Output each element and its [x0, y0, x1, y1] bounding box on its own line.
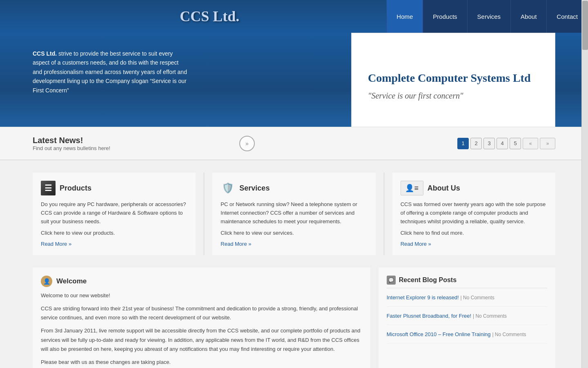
services-heading: 🛡️ Services	[220, 181, 367, 195]
services-body1: PC or Network running slow? Need a telep…	[220, 200, 367, 226]
services-body2: Click here to view our services.	[220, 229, 367, 238]
bottom-section: 👤 Welcome Welcome to our new website! CC…	[0, 267, 588, 368]
hero-intro-bold: CCS Ltd.	[33, 50, 57, 57]
hero-slide: Complete Computer Systems Ltd "Service i…	[351, 33, 555, 127]
welcome-heading: 👤 Welcome	[41, 276, 362, 287]
nav-about[interactable]: About	[511, 0, 547, 33]
blog-post-comment-1: No Comments	[475, 313, 507, 319]
site-logo: CCS Ltd.	[0, 8, 386, 25]
slide-pagination: 1 2 3 4 5 « »	[457, 138, 555, 149]
main-nav: Home Products Services About Contact	[386, 0, 588, 33]
welcome-para2: From 3rd January 2011, live remote suppo…	[41, 326, 362, 353]
slide-next-button[interactable]: »	[540, 138, 555, 149]
blog-post-2: Microsoft Office 2010 – Free Online Trai…	[387, 331, 547, 343]
col-divider-1	[204, 173, 204, 255]
about-icon: 👤≡	[401, 181, 423, 195]
blog-post-0: Internet Explorer 9 is released! | No Co…	[387, 294, 547, 307]
blog-post-1: Faster Plusnet Broadband, for Free! | No…	[387, 312, 547, 325]
blog-post-comment-0: No Comments	[463, 295, 494, 301]
services-section: 🛡️ Services PC or Network running slow? …	[212, 173, 375, 255]
blog-icon: 💬	[387, 276, 396, 285]
page-btn-4[interactable]: 4	[497, 138, 508, 149]
products-body2: Click here to view our products.	[41, 229, 187, 238]
news-subtitle: Find out any news bulletins here!	[33, 145, 235, 151]
welcome-subtitle: Welcome to our new website!	[41, 291, 362, 300]
page-btn-5[interactable]: 5	[510, 138, 521, 149]
hero-intro: CCS Ltd. strive to provide the best serv…	[33, 45, 188, 95]
about-heading: 👤≡ About Us	[401, 181, 547, 195]
welcome-para1: CCS are striding forward into their 21st…	[41, 304, 362, 322]
products-body1: Do you require any PC hardware, peripher…	[41, 200, 187, 226]
welcome-icon: 👤	[41, 276, 52, 287]
welcome-para3: Please bear with us as these changes are…	[41, 358, 362, 367]
products-read-more[interactable]: Read More »	[41, 241, 187, 247]
slide-subtitle: "Service is our first concern"	[368, 91, 539, 101]
page-btn-3[interactable]: 3	[483, 138, 495, 149]
products-section: ☰ Products Do you require any PC hardwar…	[33, 173, 196, 255]
nav-home[interactable]: Home	[386, 0, 423, 33]
about-section: 👤≡ About Us CCS was formed over twenty y…	[392, 173, 555, 255]
news-title: Latest News!	[33, 136, 235, 145]
blog-post-comment-2: No Comments	[495, 332, 526, 337]
services-read-more[interactable]: Read More »	[220, 241, 367, 247]
news-pagination-bar: Latest News! Find out any news bulletins…	[0, 127, 588, 159]
scrollbar-thumb[interactable]	[582, 1, 588, 50]
blog-column: 💬 Recent Blog Posts Internet Explorer 9 …	[379, 267, 555, 368]
blog-post-link-2[interactable]: Microsoft Office 2010 – Free Online Trai…	[387, 331, 491, 337]
blog-heading: 💬 Recent Blog Posts	[387, 276, 547, 288]
news-next-button[interactable]: »	[239, 136, 255, 151]
hero-section: CCS Ltd. strive to provide the best serv…	[0, 33, 588, 127]
page-btn-2[interactable]: 2	[470, 138, 482, 149]
scrollbar[interactable]	[581, 0, 588, 368]
blog-post-link-1[interactable]: Faster Plusnet Broadband, for Free!	[387, 313, 471, 319]
col-divider-2	[384, 173, 384, 255]
products-icon: ☰	[41, 181, 56, 195]
nav-products[interactable]: Products	[423, 0, 467, 33]
welcome-column: 👤 Welcome Welcome to our new website! CC…	[33, 267, 370, 368]
products-heading: ☰ Products	[41, 181, 187, 195]
slide-prev-button[interactable]: «	[523, 138, 538, 149]
about-read-more[interactable]: Read More »	[401, 241, 547, 247]
about-body1: CCS was formed over twenty years ago wit…	[401, 200, 547, 226]
news-bar-content: Latest News! Find out any news bulletins…	[33, 136, 235, 151]
header: CCS Ltd. Home Products Services About Co…	[0, 0, 588, 33]
blog-post-link-0[interactable]: Internet Explorer 9 is released!	[387, 294, 459, 301]
three-columns: ☰ Products Do you require any PC hardwar…	[0, 159, 588, 267]
nav-services[interactable]: Services	[468, 0, 511, 33]
about-body2: Click here to find out more.	[401, 229, 547, 238]
page-btn-1[interactable]: 1	[457, 138, 469, 149]
services-icon: 🛡️	[220, 181, 235, 195]
slide-title: Complete Computer Systems Ltd	[368, 72, 539, 85]
